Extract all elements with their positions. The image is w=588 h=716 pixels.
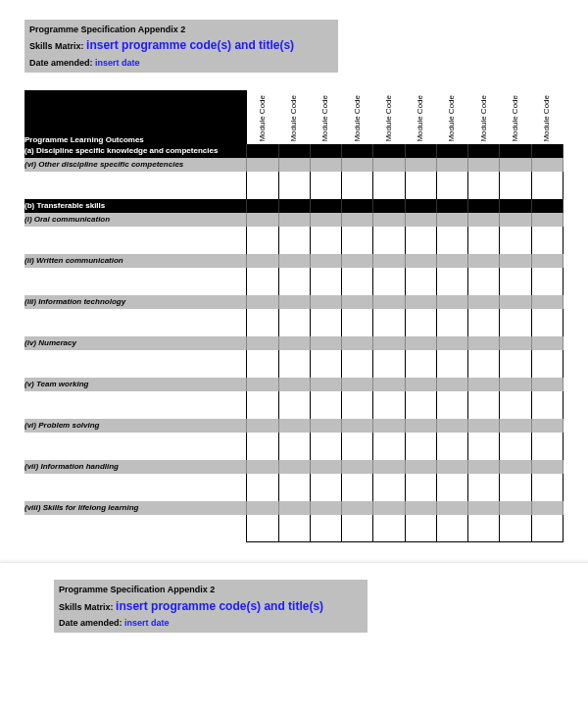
module-code-header: Module Code bbox=[342, 90, 373, 144]
module-code-header: Module Code bbox=[405, 90, 436, 144]
cell bbox=[531, 144, 563, 158]
skills-matrix-table: Programme Learning Outcomes Module Code … bbox=[24, 90, 564, 543]
module-code-header: Module Code bbox=[500, 90, 531, 144]
row-b-vi: (vi) Problem solving bbox=[24, 419, 564, 433]
cell bbox=[310, 199, 341, 213]
skills-label: Skills Matrix: bbox=[59, 602, 114, 612]
date-label: Date amended: bbox=[59, 618, 122, 628]
section-b-header: (b) Transferable skills bbox=[24, 199, 564, 213]
cell bbox=[278, 199, 310, 213]
cell bbox=[405, 158, 436, 172]
cell bbox=[373, 158, 405, 172]
spacer-row bbox=[24, 227, 564, 254]
spacer-row bbox=[24, 433, 564, 460]
cell bbox=[278, 158, 310, 172]
appendix-title: Programme Specification Appendix 2 bbox=[59, 583, 363, 596]
header-box: Programme Specification Appendix 2 Skill… bbox=[24, 20, 338, 73]
skills-value: insert programme code(s) and title(s) bbox=[86, 38, 294, 52]
row-b-ii: (ii) Written communication bbox=[24, 254, 564, 268]
cell bbox=[531, 158, 563, 172]
cell bbox=[278, 144, 310, 158]
section-a-header: (a) Discipline specific knowledge and co… bbox=[24, 144, 564, 158]
cell bbox=[468, 199, 500, 213]
page-1: Programme Specification Appendix 2 Skill… bbox=[0, 0, 588, 552]
row-label: (v) Team working bbox=[24, 378, 247, 391]
cell bbox=[342, 158, 373, 172]
row-label: (vii) Information handling bbox=[24, 460, 247, 474]
skills-matrix-line: Skills Matrix: insert programme code(s) … bbox=[29, 36, 333, 55]
module-code-header: Module Code bbox=[531, 90, 563, 144]
cell bbox=[468, 144, 500, 158]
page-2: Programme Specification Appendix 2 Skill… bbox=[0, 570, 588, 660]
module-code-header: Module Code bbox=[436, 90, 467, 144]
spacer-row bbox=[24, 172, 564, 199]
cell bbox=[436, 158, 467, 172]
module-code-header: Module Code bbox=[468, 90, 500, 144]
section-a-label: (a) Discipline specific knowledge and co… bbox=[24, 144, 247, 158]
spacer-row bbox=[24, 268, 564, 295]
date-value: insert date bbox=[124, 618, 170, 628]
cell bbox=[436, 199, 467, 213]
row-b-iv: (iv) Numeracy bbox=[24, 336, 564, 350]
cell bbox=[342, 144, 373, 158]
appendix-title: Programme Specification Appendix 2 bbox=[29, 23, 333, 36]
skills-label: Skills Matrix: bbox=[29, 41, 84, 51]
date-value: insert date bbox=[95, 58, 140, 68]
cell bbox=[373, 144, 405, 158]
row-a-vi: (vi) Other discipline specific competenc… bbox=[24, 158, 564, 172]
module-code-header: Module Code bbox=[310, 90, 341, 144]
spacer-row bbox=[24, 515, 564, 542]
module-code-header: Module Code bbox=[278, 90, 310, 144]
row-label: (iv) Numeracy bbox=[24, 336, 247, 350]
skills-matrix-line: Skills Matrix: insert programme code(s) … bbox=[59, 597, 363, 616]
module-code-header: Module Code bbox=[373, 90, 405, 144]
section-b-label: (b) Transferable skills bbox=[24, 199, 247, 213]
date-label: Date amended: bbox=[29, 58, 93, 68]
row-b-viii: (viii) Skills for lifelong learning bbox=[24, 501, 564, 515]
row-label: (vi) Problem solving bbox=[24, 419, 247, 433]
row-label: (vi) Other discipline specific competenc… bbox=[24, 158, 247, 172]
cell bbox=[310, 144, 341, 158]
cell bbox=[247, 144, 278, 158]
spacer-row bbox=[24, 474, 564, 501]
cell bbox=[436, 144, 467, 158]
cell bbox=[247, 199, 278, 213]
header-box: Programme Specification Appendix 2 Skill… bbox=[54, 580, 368, 633]
cell bbox=[342, 199, 373, 213]
row-b-iii: (iii) Information technology bbox=[24, 295, 564, 309]
cell bbox=[531, 199, 563, 213]
cell bbox=[405, 144, 436, 158]
cell bbox=[247, 158, 278, 172]
cell bbox=[500, 144, 531, 158]
row-label: (ii) Written communication bbox=[24, 254, 247, 268]
module-code-header: Module Code bbox=[247, 90, 278, 144]
row-b-v: (v) Team working bbox=[24, 378, 564, 391]
row-b-i: (i) Oral communication bbox=[24, 213, 564, 227]
outcomes-header: Programme Learning Outcomes bbox=[24, 90, 247, 144]
cell bbox=[405, 199, 436, 213]
row-b-vii: (vii) Information handling bbox=[24, 460, 564, 474]
spacer-row bbox=[24, 309, 564, 336]
date-line: Date amended: insert date bbox=[59, 616, 363, 630]
row-label: (iii) Information technology bbox=[24, 295, 247, 309]
spacer-row bbox=[24, 391, 564, 419]
row-label: (i) Oral communication bbox=[24, 213, 247, 227]
header-row: Programme Learning Outcomes Module Code … bbox=[24, 90, 564, 144]
page-break bbox=[0, 562, 588, 570]
date-line: Date amended: insert date bbox=[29, 56, 333, 70]
skills-value: insert programme code(s) and title(s) bbox=[116, 599, 323, 613]
cell bbox=[500, 158, 531, 172]
spacer-row bbox=[24, 350, 564, 378]
cell bbox=[500, 199, 531, 213]
cell bbox=[310, 158, 341, 172]
cell bbox=[373, 199, 405, 213]
cell bbox=[468, 158, 500, 172]
row-label: (viii) Skills for lifelong learning bbox=[24, 501, 247, 515]
